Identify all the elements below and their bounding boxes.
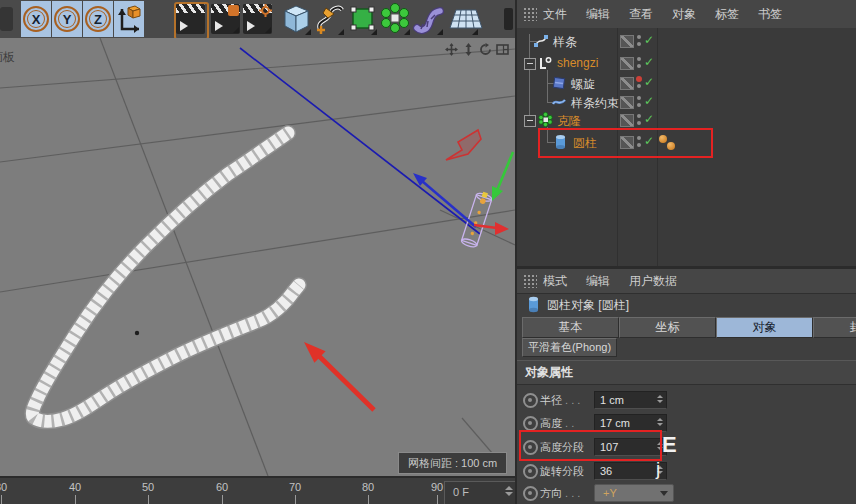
mograph-cloner-button[interactable]	[380, 2, 411, 36]
tick-label: 40	[69, 481, 81, 493]
field-stepper[interactable]	[657, 395, 663, 403]
z-axis-icon: Z	[85, 6, 111, 32]
attribute-title-row: 圆柱对象 [圆柱]	[517, 293, 856, 317]
x-axis-lock-button[interactable]: X	[21, 1, 51, 37]
enabled-check[interactable]: ✓	[644, 94, 654, 108]
tree-row-spline[interactable]: 样条 ✓	[517, 32, 856, 51]
attribute-manager-menubar: 模式 编辑 用户数据	[517, 269, 856, 294]
null-object-icon	[538, 56, 552, 70]
radius-field[interactable]: 1 cm	[594, 391, 667, 409]
pan-icon[interactable]	[445, 43, 458, 56]
tree-label[interactable]: 样条约束	[571, 95, 619, 112]
viewport-panel-menu[interactable]: 面板	[0, 49, 15, 66]
render-to-picture-viewer-button[interactable]	[211, 4, 240, 34]
menu-mode[interactable]: 模式	[543, 273, 567, 290]
tab-object[interactable]: 对象	[716, 317, 813, 338]
menu-view[interactable]: 查看	[629, 6, 653, 23]
enabled-check[interactable]: ✓	[644, 112, 654, 126]
tab-basic[interactable]: 基本	[522, 317, 619, 338]
y-axis-lock-button[interactable]: Y	[52, 1, 82, 37]
y-axis-arrow[interactable]	[496, 152, 513, 193]
timeline-ruler[interactable]: 30 40 50 60 70 80 90 0 F	[0, 476, 515, 504]
editor-visibility-dot[interactable]	[637, 96, 641, 100]
tree-row-shengzi[interactable]: shengzi ✓	[517, 54, 856, 73]
layer-square[interactable]	[620, 114, 634, 127]
editor-visibility-dot[interactable]	[637, 114, 641, 118]
menu-am-edit[interactable]: 编辑	[586, 273, 610, 290]
tree-label[interactable]: shengzi	[557, 56, 598, 70]
clapboard-stripes	[176, 4, 205, 13]
menu-objects[interactable]: 对象	[672, 6, 696, 23]
viewport-3d[interactable]: 面板 网格间距 : 100 cm	[0, 38, 515, 476]
collapse-toggle[interactable]	[524, 58, 536, 70]
frame-stepper[interactable]	[505, 486, 513, 496]
zoom-icon[interactable]	[462, 43, 475, 56]
render-visibility-dot[interactable]	[637, 121, 641, 125]
subdivision-surface-button[interactable]	[347, 2, 378, 36]
orientation-dropdown[interactable]: +Y	[594, 484, 674, 502]
right-panel: 文件 编辑 查看 对象 标签 书签 样条	[515, 0, 856, 504]
tree-label[interactable]: 样条	[553, 34, 577, 51]
render-settings-button[interactable]	[243, 4, 272, 34]
render-view-button[interactable]	[176, 4, 205, 34]
play-triangle	[215, 21, 223, 31]
menu-bookmarks[interactable]: 书签	[758, 6, 782, 23]
layer-square[interactable]	[620, 35, 634, 48]
layer-square[interactable]	[620, 57, 634, 70]
tree-label[interactable]: 螺旋	[571, 76, 595, 93]
maximize-icon[interactable]	[496, 43, 509, 56]
panel-grip-icon[interactable]	[523, 274, 537, 288]
floor-icon	[448, 2, 484, 36]
attribute-title: 圆柱对象 [圆柱]	[547, 297, 629, 314]
keyframe-circle[interactable]	[523, 486, 538, 501]
enabled-check[interactable]: ✓	[644, 75, 654, 89]
z-axis-lock-button[interactable]: Z	[83, 1, 113, 37]
tab-coordinates[interactable]: 坐标	[619, 317, 716, 338]
spline-pen-button[interactable]	[314, 2, 345, 36]
rotate-icon[interactable]	[479, 43, 492, 56]
editor-visibility-dot[interactable]	[637, 57, 641, 61]
render-visibility-dot[interactable]	[637, 42, 641, 46]
dropdown-corner	[371, 29, 377, 35]
current-frame-field[interactable]: 0 F	[444, 481, 518, 504]
cinema4d-window: X Y Z	[0, 0, 856, 504]
editor-visibility-dot[interactable]	[637, 35, 641, 39]
rope-object[interactable]	[32, 133, 299, 421]
menu-tags[interactable]: 标签	[715, 6, 739, 23]
keyframe-circle[interactable]	[523, 416, 538, 431]
add-primitive-button[interactable]	[281, 2, 312, 36]
red-outline-arrow-annotation	[446, 130, 481, 160]
height-value: 17 cm	[600, 417, 630, 429]
editor-visibility-dot-red[interactable]	[636, 76, 642, 82]
layer-square[interactable]	[620, 96, 634, 109]
deformer-button[interactable]	[413, 2, 444, 36]
tree-row-spline-constraint[interactable]: 样条约束 ✓	[517, 93, 856, 112]
property-label: 半径 . . .	[540, 393, 580, 408]
render-visibility-dot[interactable]	[637, 64, 641, 68]
panel-grip-icon[interactable]	[523, 7, 537, 21]
menu-file[interactable]: 文件	[543, 6, 567, 23]
orange-cube	[128, 6, 140, 18]
enabled-check[interactable]: ✓	[644, 55, 654, 69]
render-visibility-dot[interactable]	[637, 103, 641, 107]
watermark-glyph-e: E	[662, 432, 677, 458]
tick-label: 50	[142, 481, 154, 493]
keyframe-circle[interactable]	[523, 464, 538, 479]
play-triangle	[247, 21, 255, 31]
menu-edit[interactable]: 编辑	[586, 6, 610, 23]
menu-user-data[interactable]: 用户数据	[629, 273, 677, 290]
render-visibility-dot[interactable]	[637, 84, 641, 88]
coordinate-system-button[interactable]	[114, 1, 144, 37]
rotation-segments-value: 36	[600, 465, 612, 477]
keyframe-circle[interactable]	[523, 393, 538, 408]
collapse-toggle[interactable]	[524, 115, 536, 127]
tree-row-twist[interactable]: 螺旋 ✓	[517, 74, 856, 93]
floor-button[interactable]	[448, 2, 479, 36]
field-stepper[interactable]	[657, 418, 663, 426]
tab-caps[interactable]: 封顶	[813, 317, 856, 338]
enabled-check[interactable]: ✓	[644, 33, 654, 47]
orange-square-badge	[228, 5, 239, 16]
chevron-down-icon	[660, 491, 668, 496]
layer-square[interactable]	[620, 77, 634, 90]
tab-phong[interactable]: 平滑着色(Phong)	[522, 338, 617, 357]
